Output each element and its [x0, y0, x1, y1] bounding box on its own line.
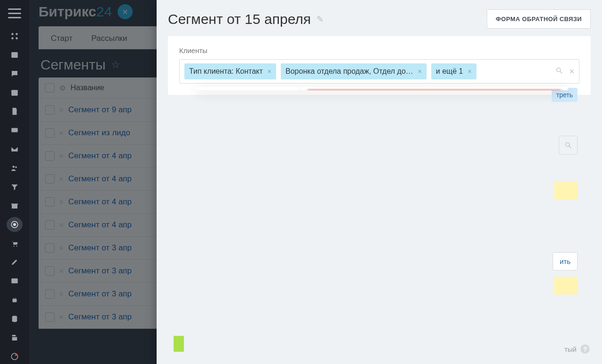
clients-label: Клиенты — [179, 46, 579, 54]
menu-icon[interactable] — [8, 8, 21, 18]
svg-point-3 — [16, 37, 18, 39]
warning-bar-clipped — [554, 277, 578, 294]
svg-line-23 — [560, 71, 562, 73]
segment-editor-modal: Сегмент от 15 апреля ✎ ФОРМА ОБРАТНОЙ СВ… — [157, 0, 602, 364]
filter-chip[interactable]: Воронка отдела продаж, Отдел до…× — [281, 63, 427, 79]
svg-line-25 — [569, 146, 571, 148]
nav-card-icon[interactable] — [7, 123, 23, 138]
help-icon[interactable]: ? — [580, 344, 590, 354]
nav-store-icon[interactable] — [7, 198, 23, 213]
nav-people-icon[interactable] — [7, 161, 23, 176]
nav-idcard-icon[interactable] — [7, 273, 23, 288]
nav-doc-icon[interactable] — [7, 104, 23, 119]
svg-point-18 — [16, 297, 16, 298]
svg-point-9 — [15, 166, 17, 168]
svg-point-1 — [16, 33, 18, 35]
filter-chip[interactable]: Тип клиента: Контакт× — [184, 63, 276, 79]
clear-filters-icon[interactable]: × — [569, 67, 574, 77]
nav-calendar-icon[interactable] — [7, 85, 23, 100]
warning-bar-clipped — [554, 182, 578, 200]
nav-clock-icon[interactable] — [7, 349, 23, 364]
svg-point-0 — [11, 33, 14, 35]
help-hint[interactable]: тый ? — [564, 344, 590, 354]
svg-rect-14 — [11, 279, 18, 284]
svg-point-13 — [16, 246, 17, 247]
nav-window-icon[interactable] — [7, 47, 23, 62]
filter-chip[interactable]: и ещё 1× — [431, 63, 476, 79]
filter-dropdown: ФИЛЬТРЫ ВСЕСО СДЕЛКАМИ В РАБОТЕС ВЫИГРАН… — [196, 87, 568, 90]
nav-db-icon[interactable] — [7, 311, 23, 326]
svg-point-21 — [15, 354, 17, 356]
edit-title-icon[interactable]: ✎ — [317, 14, 324, 24]
svg-point-22 — [557, 68, 561, 72]
clients-filter-bar[interactable]: Тип клиента: Контакт×Воронка отдела прод… — [179, 59, 579, 84]
search-icon[interactable] — [555, 67, 563, 76]
svg-point-20 — [11, 353, 18, 360]
nav-feed-icon[interactable] — [7, 29, 23, 44]
svg-point-2 — [11, 37, 14, 39]
feedback-button[interactable]: ФОРМА ОБРАТНОЙ СВЯЗИ — [487, 9, 591, 29]
svg-point-24 — [566, 143, 570, 147]
nav-target-icon[interactable] — [7, 217, 23, 232]
remove-chip-icon[interactable]: × — [418, 68, 422, 75]
svg-rect-16 — [13, 299, 17, 302]
nav-pen-icon[interactable] — [7, 255, 23, 270]
nav-filter-icon[interactable] — [7, 179, 23, 194]
svg-rect-7 — [11, 128, 18, 132]
svg-point-8 — [13, 165, 15, 168]
filter-form-highlighted: Тип клиента Контакт ⌄ Воронки сделок Вор… — [305, 90, 563, 90]
modal-title: Сегмент от 15 апреля ✎ — [168, 11, 324, 27]
remove-chip-icon[interactable]: × — [268, 68, 271, 75]
nav-edit-icon[interactable] — [7, 330, 23, 345]
svg-point-17 — [13, 297, 14, 298]
svg-rect-6 — [11, 90, 18, 92]
svg-point-15 — [13, 280, 14, 281]
nav-mail-icon[interactable] — [7, 142, 23, 157]
filter-presets: ФИЛЬТРЫ ВСЕСО СДЕЛКАМИ В РАБОТЕС ВЫИГРАН… — [196, 87, 301, 90]
status-indicator — [174, 336, 184, 352]
svg-point-12 — [13, 246, 14, 247]
remove-chip-icon[interactable]: × — [467, 68, 471, 75]
left-nav — [0, 0, 29, 364]
svg-rect-4 — [11, 52, 18, 58]
search-button-clipped[interactable] — [559, 136, 578, 155]
nav-cart-icon[interactable] — [7, 236, 23, 251]
action-button-clipped[interactable]: ить — [553, 252, 578, 271]
svg-point-11 — [13, 223, 16, 226]
nav-chat-icon[interactable] — [7, 66, 23, 81]
nav-android-icon[interactable] — [7, 293, 23, 308]
